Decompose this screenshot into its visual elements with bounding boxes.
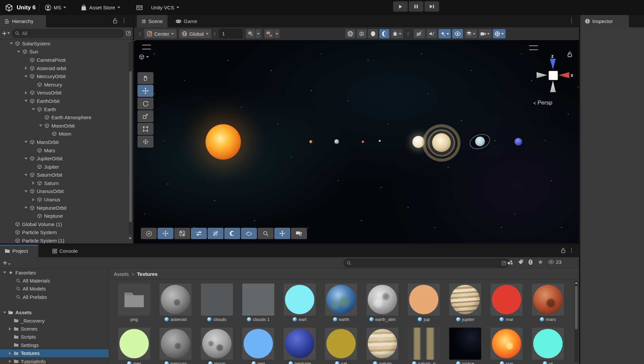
asset-tile[interactable]: eart bbox=[284, 284, 316, 322]
axis-z-cone[interactable] bbox=[549, 59, 557, 69]
step-button[interactable] bbox=[424, 1, 439, 12]
transform-tool-button[interactable] bbox=[137, 136, 153, 148]
expand-open-icon[interactable] bbox=[23, 141, 29, 143]
rotate-tool-button[interactable] bbox=[137, 98, 153, 110]
asset-store-menu[interactable]: Asset Store bbox=[81, 4, 120, 11]
hierarchy-row[interactable]: SaturnOrbit bbox=[0, 171, 129, 179]
shading-unlit-button[interactable] bbox=[368, 29, 378, 38]
asset-tile[interactable]: ur bbox=[532, 328, 564, 364]
asset-tile[interactable]: asteroid bbox=[159, 284, 192, 322]
mercury-object[interactable] bbox=[309, 140, 312, 143]
asset-tile[interactable]: mars bbox=[532, 284, 564, 322]
hierarchy-row[interactable]: EarthOrbit bbox=[0, 97, 129, 105]
layers-dropdown[interactable] bbox=[464, 29, 477, 38]
scene-plane-button[interactable] bbox=[241, 228, 257, 239]
expand-closed-icon[interactable] bbox=[31, 181, 36, 185]
hierarchy-row[interactable]: Earth bbox=[0, 105, 129, 114]
vcs-menu[interactable]: Unity VCS bbox=[136, 5, 179, 11]
grid-visibility-button[interactable] bbox=[208, 228, 224, 239]
asset-tile[interactable]: jup bbox=[408, 284, 440, 322]
view-tool-button[interactable] bbox=[137, 72, 153, 84]
project-menu-icon[interactable]: ⋮ bbox=[569, 247, 574, 253]
gizmo-lock-icon[interactable] bbox=[567, 51, 572, 57]
drag-handle[interactable]: ‖ bbox=[139, 31, 141, 37]
sun-object[interactable] bbox=[206, 124, 241, 160]
move-overlay-button[interactable] bbox=[157, 228, 174, 239]
grid-snap-dropdown[interactable] bbox=[256, 29, 261, 38]
expand-open-icon[interactable] bbox=[16, 51, 21, 53]
asset-tile[interactable]: moon bbox=[201, 328, 233, 364]
2d-toggle-button[interactable]: 2D bbox=[414, 29, 425, 38]
hidden-packages-icon[interactable] bbox=[528, 259, 533, 265]
play-button[interactable] bbox=[393, 1, 408, 12]
project-search[interactable] bbox=[344, 258, 509, 267]
hierarchy-row[interactable]: Global Volume (1) bbox=[0, 220, 129, 228]
shading-shaded-button[interactable] bbox=[379, 29, 389, 38]
expand-open-icon[interactable] bbox=[23, 174, 29, 176]
search-overlay-button[interactable] bbox=[258, 228, 274, 239]
snap-magnet-button[interactable] bbox=[264, 29, 274, 38]
tab-hierarchy[interactable]: Hierarchy bbox=[0, 15, 46, 27]
shading-wireframe-button[interactable] bbox=[345, 29, 355, 38]
hierarchy-row[interactable]: UranusOrbit bbox=[0, 187, 129, 196]
tab-inspector[interactable]: Inspector bbox=[580, 15, 629, 27]
venus-object[interactable] bbox=[334, 139, 339, 144]
breadcrumb-root[interactable]: Assets bbox=[114, 271, 129, 277]
hierarchy-row[interactable]: SolarSystem bbox=[0, 39, 129, 48]
expand-open-icon[interactable] bbox=[9, 42, 14, 44]
view-orientation-button[interactable] bbox=[141, 228, 157, 239]
axis-x-cone[interactable] bbox=[559, 71, 569, 79]
hierarchy-row[interactable]: Sun bbox=[0, 48, 129, 56]
debug-draw-mode-dropdown[interactable] bbox=[391, 29, 403, 38]
favorite-search-item[interactable]: All Models bbox=[0, 285, 109, 293]
tab-game[interactable]: Game bbox=[171, 15, 202, 27]
hidden-count-toggle[interactable]: 23 bbox=[548, 259, 562, 265]
asset-tile[interactable]: mercury bbox=[159, 328, 192, 364]
lock-icon[interactable] bbox=[561, 248, 566, 253]
camera-settings-dropdown[interactable] bbox=[478, 29, 492, 38]
breadcrumb-current[interactable]: Textures bbox=[137, 271, 157, 277]
hierarchy-scrollbar[interactable] bbox=[129, 42, 132, 235]
open-new-window-icon[interactable] bbox=[126, 31, 131, 36]
tool-handle-rotation-dropdown[interactable]: Global bbox=[179, 29, 211, 38]
tab-console[interactable]: Console bbox=[48, 245, 82, 257]
scene-menu-icon[interactable]: ⋮ bbox=[569, 18, 574, 23]
drag-handle[interactable]: ‖ bbox=[407, 31, 410, 37]
asset-tile[interactable]: space bbox=[449, 328, 481, 364]
favorite-search-item[interactable]: All Materials bbox=[0, 277, 109, 285]
asset-tile[interactable]: sat bbox=[325, 328, 357, 364]
asset-tile[interactable]: clouds 1 bbox=[242, 284, 274, 322]
create-asset-button[interactable] bbox=[3, 260, 11, 265]
open-new-window-icon[interactable] bbox=[502, 261, 506, 265]
grid-scrollbar[interactable] bbox=[574, 281, 578, 363]
rect-tool-button[interactable] bbox=[137, 123, 153, 135]
lighting-button[interactable] bbox=[224, 228, 240, 239]
saturn-object[interactable] bbox=[422, 124, 461, 162]
asset-tile[interactable]: nep bbox=[242, 328, 274, 364]
overlay-handle-icon[interactable] bbox=[529, 45, 538, 50]
asset-tile[interactable]: sun bbox=[491, 328, 523, 364]
hierarchy-menu-icon[interactable]: ⋮ bbox=[121, 18, 127, 23]
search-by-label-icon[interactable] bbox=[518, 259, 524, 265]
camera-preview-button[interactable] bbox=[291, 228, 307, 239]
tab-scene[interactable]: Scene bbox=[137, 15, 168, 27]
expand-open-icon[interactable] bbox=[38, 125, 43, 127]
assets-root-row[interactable]: Assets bbox=[0, 309, 109, 317]
gizmo-center-cube[interactable] bbox=[549, 71, 558, 80]
expand-closed-icon[interactable] bbox=[31, 198, 36, 201]
axis-cone[interactable] bbox=[549, 81, 557, 92]
asset-tile[interactable]: saturn bbox=[366, 328, 398, 364]
hierarchy-row[interactable]: Neptune bbox=[0, 212, 129, 220]
folder-row[interactable]: Settings bbox=[0, 341, 109, 349]
expand-open-icon[interactable] bbox=[23, 190, 29, 192]
grid-snap-button[interactable]: Y bbox=[246, 29, 255, 38]
asset-tile[interactable]: png bbox=[118, 284, 150, 322]
overlay-gameobject-dropdown[interactable] bbox=[139, 54, 149, 60]
scale-tool-button[interactable] bbox=[137, 110, 153, 122]
hierarchy-search-input[interactable] bbox=[21, 30, 121, 36]
expand-open-icon[interactable] bbox=[23, 75, 29, 77]
pause-button[interactable] bbox=[409, 1, 423, 12]
hierarchy-row[interactable]: Earth Atmosphere bbox=[0, 113, 129, 122]
expand-open-icon[interactable] bbox=[23, 207, 29, 209]
favorites-header[interactable]: ★Favorites bbox=[0, 268, 109, 277]
